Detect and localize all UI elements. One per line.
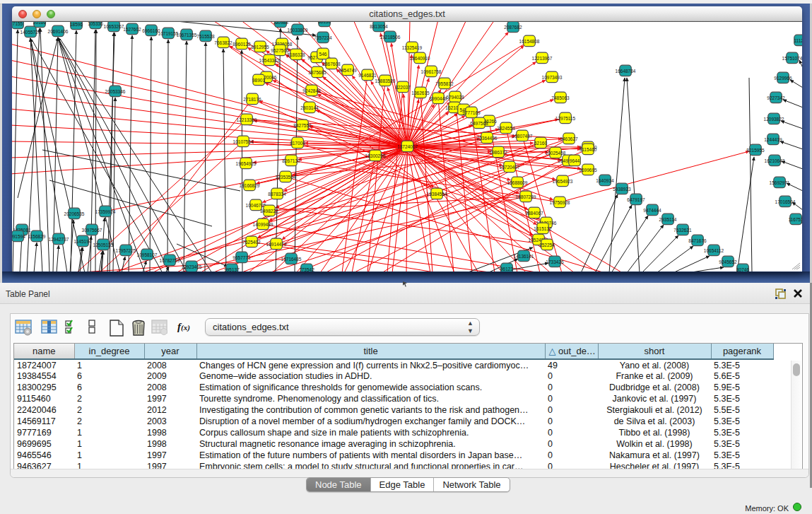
svg-text:8215955: 8215955 (746, 148, 765, 153)
svg-text:991594: 991594 (12, 234, 25, 239)
svg-text:7485063: 7485063 (551, 95, 570, 100)
svg-text:19166829: 19166829 (240, 183, 260, 188)
svg-text:1362615: 1362615 (411, 90, 430, 95)
svg-text:19384554: 19384554 (427, 192, 447, 197)
svg-text:80746: 80746 (736, 267, 749, 272)
svg-text:18300295: 18300295 (365, 153, 386, 158)
svg-text:20166: 20166 (33, 22, 46, 25)
svg-text:11123: 11123 (794, 38, 802, 43)
svg-text:12213369: 12213369 (237, 117, 257, 122)
svg-text:19218506: 19218506 (380, 35, 401, 40)
svg-text:16210643: 16210643 (765, 158, 785, 163)
svg-text:10973493: 10973493 (542, 75, 563, 80)
svg-text:10688609: 10688609 (507, 180, 528, 185)
svg-text:8878334: 8878334 (268, 192, 286, 197)
svg-text:18596: 18596 (70, 22, 83, 27)
svg-text:96123: 96123 (500, 267, 513, 271)
svg-text:1244419: 1244419 (764, 137, 782, 142)
svg-text:10958107: 10958107 (137, 252, 158, 257)
svg-text:9657771: 9657771 (233, 255, 251, 260)
svg-text:3875685: 3875685 (308, 70, 326, 75)
svg-text:8427552: 8427552 (293, 123, 312, 128)
svg-text:16033809: 16033809 (288, 28, 308, 33)
svg-text:105336: 105336 (88, 22, 103, 26)
svg-text:16154808: 16154808 (519, 39, 540, 44)
svg-text:7625402: 7625402 (242, 240, 261, 245)
svg-text:16914479: 16914479 (266, 242, 287, 247)
svg-text:7515528: 7515528 (196, 34, 215, 39)
svg-text:10046705: 10046705 (246, 203, 266, 208)
svg-text:14099489: 14099489 (253, 222, 273, 227)
svg-text:10719155: 10719155 (158, 31, 179, 36)
svg-text:16782759: 16782759 (160, 258, 180, 263)
svg-text:822037: 822037 (395, 85, 411, 90)
svg-text:10025458: 10025458 (546, 151, 566, 156)
svg-text:10543342: 10543342 (259, 58, 280, 63)
svg-text:6497568: 6497568 (470, 121, 488, 126)
svg-text:9463627: 9463627 (560, 136, 578, 141)
svg-text:9644: 9644 (570, 158, 580, 163)
svg-text:11325419: 11325419 (402, 45, 423, 50)
svg-text:10961758: 10961758 (421, 69, 442, 74)
svg-text:546: 546 (319, 52, 327, 57)
svg-text:15692971: 15692971 (770, 180, 790, 185)
svg-text:12353594: 12353594 (276, 175, 296, 180)
svg-text:7357224: 7357224 (314, 35, 332, 40)
svg-text:2935114: 2935114 (659, 217, 677, 222)
svg-text:20053346: 20053346 (105, 89, 126, 94)
svg-text:17957225: 17957225 (116, 248, 136, 253)
svg-text:6794028: 6794028 (446, 95, 464, 100)
svg-text:12093822: 12093822 (764, 117, 784, 122)
svg-text:15751074: 15751074 (782, 56, 802, 61)
svg-text:30975667: 30975667 (82, 228, 102, 233)
svg-text:2803144: 2803144 (300, 105, 319, 110)
svg-text:8454749: 8454749 (339, 68, 357, 73)
svg-text:9242848: 9242848 (302, 88, 321, 93)
svg-text:5938923: 5938923 (613, 187, 631, 192)
svg-text:14055724: 14055724 (20, 30, 41, 35)
svg-text:9474444: 9474444 (643, 208, 661, 213)
svg-text:15720407: 15720407 (500, 165, 520, 170)
svg-text:12213967: 12213967 (532, 56, 553, 61)
svg-text:62160: 62160 (534, 141, 547, 146)
svg-text:1156829: 1156829 (28, 234, 46, 239)
svg-text:7155: 7155 (13, 22, 23, 26)
svg-text:10807487: 10807487 (512, 134, 533, 139)
svg-text:98901: 98901 (252, 78, 265, 83)
svg-text:7663822: 7663822 (214, 40, 233, 45)
svg-text:8813054: 8813054 (370, 24, 388, 29)
svg-text:15716485: 15716485 (281, 257, 302, 262)
svg-text:18640910: 18640910 (410, 56, 430, 61)
svg-text:10671355: 10671355 (177, 33, 197, 37)
svg-text:19756928: 19756928 (550, 200, 570, 205)
svg-text:19654923: 19654923 (553, 179, 573, 184)
svg-text:17359924: 17359924 (95, 209, 116, 214)
svg-text:116753: 116753 (788, 217, 802, 222)
svg-text:9129966: 9129966 (774, 76, 792, 81)
svg-text:252254: 252254 (539, 243, 555, 247)
svg-text:9227342: 9227342 (767, 95, 785, 100)
svg-text:15883520: 15883520 (375, 78, 396, 83)
svg-text:8960128: 8960128 (233, 42, 251, 47)
svg-text:88130: 88130 (318, 22, 331, 24)
svg-text:8990448: 8990448 (429, 96, 447, 101)
svg-text:20206535: 20206535 (64, 211, 85, 216)
svg-text:9777169: 9777169 (462, 110, 481, 115)
svg-text:20364436: 20364436 (477, 136, 498, 141)
svg-text:2087682: 2087682 (504, 25, 522, 30)
svg-text:9146821: 9146821 (358, 73, 377, 78)
svg-text:8912955: 8912955 (251, 45, 269, 49)
svg-text:17016504: 17016504 (775, 199, 796, 204)
svg-text:10654112: 10654112 (704, 248, 724, 253)
svg-text:9699695: 9699695 (579, 168, 597, 173)
svg-text:16648784: 16648784 (616, 69, 636, 74)
svg-text:8186328: 8186328 (287, 52, 305, 57)
svg-text:9245652: 9245652 (719, 259, 737, 264)
svg-text:773542: 773542 (299, 267, 314, 272)
svg-text:2718176: 2718176 (243, 97, 261, 102)
svg-text:9527506: 9527506 (271, 48, 289, 53)
svg-text:3824554: 3824554 (497, 126, 515, 131)
svg-text:1640934: 1640934 (596, 178, 614, 183)
svg-text:19654925: 19654925 (236, 161, 257, 166)
svg-text:18724007: 18724007 (397, 144, 418, 149)
